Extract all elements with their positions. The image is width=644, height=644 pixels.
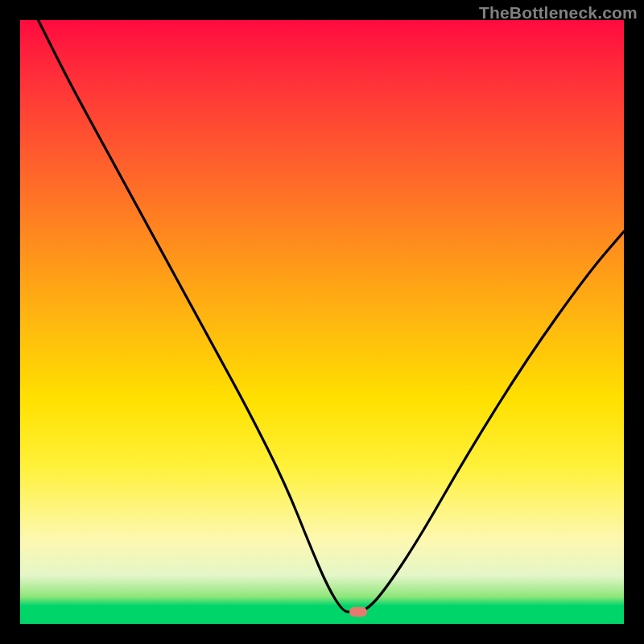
chart-stage: TheBottleneck.com [0, 0, 644, 644]
bottleneck-curve [20, 20, 624, 624]
plot-area [20, 20, 624, 624]
optimal-point-marker [349, 607, 367, 617]
